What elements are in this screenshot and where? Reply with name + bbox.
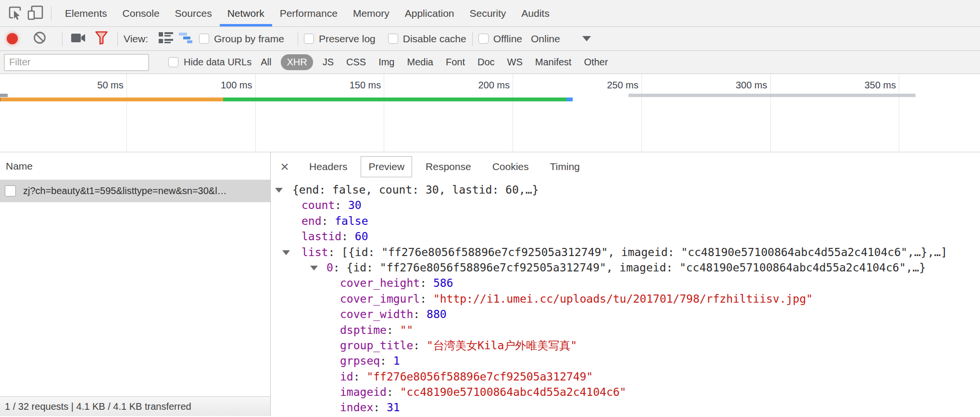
detail-tab-cookies[interactable]: Cookies — [485, 156, 537, 177]
tab-console[interactable]: Console — [115, 0, 167, 26]
colon: : — [333, 261, 347, 274]
devtools-window: Elements Console Sources Network Perform… — [0, 0, 980, 417]
detail-tab-response[interactable]: Response — [418, 156, 479, 177]
inspect-element-button[interactable] — [5, 4, 25, 23]
type-filter-other[interactable]: Other — [584, 57, 608, 68]
tree-row-cover-width[interactable]: cover_width: 880 — [271, 307, 980, 322]
colon: : — [335, 199, 348, 211]
tree-row-cover-height[interactable]: cover_height: 586 — [271, 275, 980, 291]
type-filter-css[interactable]: CSS — [346, 57, 366, 68]
property-key: cover_imgurl — [340, 293, 420, 305]
property-key: grpseq — [340, 355, 380, 367]
throttling-dropdown-arrow-icon[interactable] — [582, 36, 591, 41]
property-value: 586 — [433, 277, 453, 289]
camera-icon — [71, 32, 86, 46]
request-name: zj?ch=beauty&t1=595&listtype=new&sn=30&l… — [23, 185, 227, 196]
name-column-header[interactable]: Name — [0, 152, 270, 180]
waterfall-segment-waiting-ttfb — [0, 98, 223, 101]
expand-arrow-icon[interactable] — [282, 250, 290, 255]
tree-row-item-0[interactable]: 0: {id: "ff276e8056f58896e7cf92505a31274… — [271, 260, 980, 275]
tree-row-list[interactable]: list: [{id: "ff276e8056f58896e7cf92505a3… — [271, 245, 980, 260]
queued-request-bar-left — [0, 94, 8, 97]
close-details-button[interactable]: × — [278, 159, 291, 174]
filter-input[interactable] — [4, 54, 149, 71]
toolbar-separator — [51, 6, 51, 21]
request-details-pane: × Headers Preview Response Cookies Timin… — [271, 152, 980, 416]
toggle-device-toolbar-button[interactable] — [25, 4, 45, 23]
tree-row-dsptime[interactable]: dsptime: "" — [271, 322, 980, 338]
property-value: "" — [400, 324, 414, 336]
tab-memory[interactable]: Memory — [345, 0, 397, 26]
clear-button[interactable] — [29, 29, 50, 49]
property-key: 0 — [327, 261, 333, 274]
offline-checkbox[interactable] — [478, 34, 489, 44]
toolbar-separator — [298, 32, 298, 46]
disable-cache-label: Disable cache — [403, 33, 466, 45]
device-toolbar-icon — [26, 4, 44, 23]
type-filter-media[interactable]: Media — [407, 57, 433, 68]
tree-row-imageid[interactable]: imageid: "cc48190e57100864abc4d55a2c4104… — [271, 384, 980, 400]
tree-row-group-title[interactable]: group_title: "台湾美女Kila户外唯美写真" — [271, 338, 980, 353]
request-checkbox[interactable] — [5, 185, 16, 196]
preserve-log-checkbox[interactable] — [304, 34, 314, 44]
large-request-rows-button[interactable] — [156, 29, 176, 49]
filter-toggle-button[interactable] — [91, 29, 112, 49]
tree-row-count[interactable]: count: 30 — [271, 197, 980, 213]
type-filter-ws[interactable]: WS — [507, 57, 523, 68]
tab-elements[interactable]: Elements — [57, 0, 115, 26]
tree-row-id[interactable]: id: "ff276e8056f58896e7cf92505a312749" — [271, 369, 980, 384]
tab-sources[interactable]: Sources — [167, 0, 220, 26]
tab-security[interactable]: Security — [462, 0, 514, 26]
object-preview: [{id: "ff276e8056f58896e7cf92505a312749"… — [341, 246, 947, 258]
type-filter-js[interactable]: JS — [323, 57, 334, 68]
timeline-tick-label: 350 ms — [827, 80, 896, 91]
colon: : — [420, 293, 433, 305]
disable-cache-checkbox[interactable] — [388, 34, 398, 44]
request-row[interactable]: zj?ch=beauty&t1=595&listtype=new&sn=30&l… — [0, 180, 270, 202]
tab-label: Security — [469, 8, 506, 19]
colon: : — [420, 277, 433, 289]
detail-tab-headers[interactable]: Headers — [302, 156, 355, 177]
tree-row-grpseq[interactable]: grpseq: 1 — [271, 353, 980, 368]
detail-tab-preview[interactable]: Preview — [361, 156, 412, 177]
waterfall-segment-finish — [566, 98, 572, 101]
type-filter-all[interactable]: All — [261, 57, 271, 68]
property-value: false — [335, 215, 368, 227]
tab-audits[interactable]: Audits — [514, 0, 557, 26]
type-filter-font[interactable]: Font — [446, 57, 465, 68]
colon: : — [387, 386, 400, 398]
waterfall-segment-content-download — [223, 98, 567, 101]
tree-row-end[interactable]: end: false — [271, 213, 980, 229]
detail-tab-timing[interactable]: Timing — [542, 156, 588, 177]
type-filter-img[interactable]: Img — [378, 57, 394, 68]
type-filter-xhr[interactable]: XHR — [281, 54, 313, 70]
type-filter-manifest[interactable]: Manifest — [535, 57, 572, 68]
show-overview-button[interactable] — [176, 29, 196, 49]
capture-screenshots-button[interactable] — [68, 29, 88, 49]
expand-arrow-icon[interactable] — [310, 266, 318, 270]
expand-arrow-icon[interactable] — [275, 188, 283, 193]
property-key: count — [302, 199, 335, 211]
throttling-select[interactable]: Online — [531, 33, 560, 45]
detail-tabbar: × Headers Preview Response Cookies Timin… — [271, 152, 980, 181]
property-value: 880 — [427, 308, 447, 320]
property-key: imageid — [340, 386, 387, 398]
timeline-gridline — [255, 74, 256, 152]
tree-row-lastid[interactable]: lastid: 60 — [271, 229, 980, 244]
tree-row-cover-imgurl[interactable]: cover_imgurl: "http://i1.umei.cc/uploads… — [271, 291, 980, 307]
tree-row-index[interactable]: index: 31 — [271, 400, 980, 415]
tree-row-listorder[interactable]: listorder: 31 — [271, 416, 980, 416]
tab-performance[interactable]: Performance — [272, 0, 345, 26]
hide-data-urls-checkbox[interactable] — [168, 57, 178, 67]
group-by-frame-checkbox[interactable] — [199, 34, 209, 44]
tab-network[interactable]: Network — [220, 0, 272, 26]
tab-application[interactable]: Application — [397, 0, 462, 26]
type-filter-doc[interactable]: Doc — [477, 57, 495, 68]
colon: : — [328, 246, 341, 258]
property-key: id — [340, 370, 353, 383]
network-overview[interactable]: 50 ms100 ms150 ms200 ms250 ms300 ms350 m… — [0, 74, 980, 152]
property-value: "http://i1.umei.cc/uploads/tu/201701/798… — [433, 293, 813, 305]
colon: : — [373, 401, 387, 414]
record-button[interactable] — [7, 33, 18, 44]
tree-row-root[interactable]: {end: false, count: 30, lastid: 60,…} — [271, 182, 980, 197]
